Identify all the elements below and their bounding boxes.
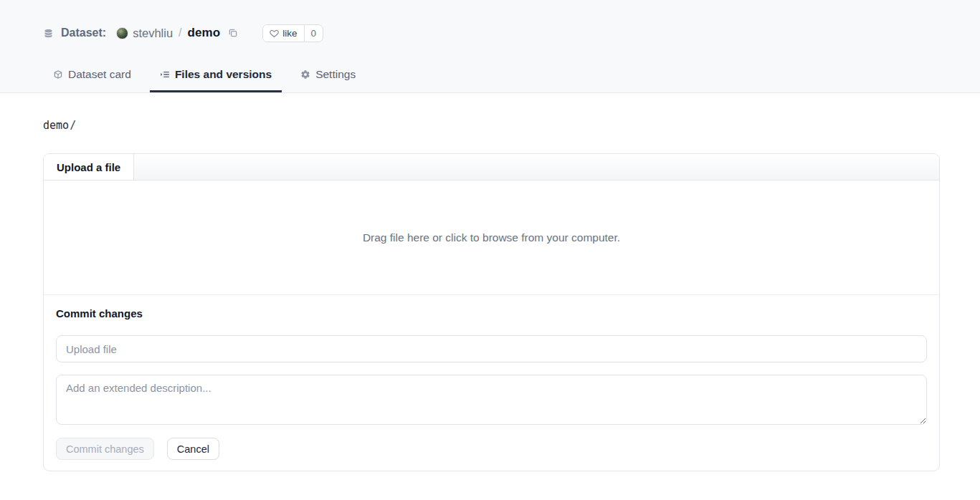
- dataset-card-icon: [53, 69, 63, 80]
- author-link[interactable]: stevhliu: [133, 27, 173, 40]
- upload-card-tabstrip: Upload a file: [44, 154, 939, 181]
- tab-files-and-versions[interactable]: Files and versions: [150, 61, 282, 92]
- tab-label: Files and versions: [175, 68, 272, 81]
- heart-icon: [270, 29, 279, 38]
- repo-title-row: Dataset: stevhliu / demo like 0: [43, 24, 940, 42]
- file-dropzone[interactable]: Drag file here or click to browse from y…: [44, 181, 939, 295]
- breadcrumb: demo/: [43, 119, 940, 132]
- upload-card: Upload a file Drag file here or click to…: [43, 153, 940, 471]
- like-widget: like 0: [262, 24, 323, 42]
- tab-dataset-card[interactable]: Dataset card: [43, 61, 141, 92]
- entity-type-label: Dataset:: [61, 27, 106, 39]
- commit-section: Commit changes Commit changes Cancel: [44, 295, 939, 471]
- breadcrumb-path[interactable]: demo: [43, 119, 69, 132]
- like-count[interactable]: 0: [304, 25, 323, 42]
- repo-separator: /: [177, 27, 183, 39]
- dropzone-text: Drag file here or click to browse from y…: [363, 231, 620, 244]
- gear-icon: [300, 69, 310, 80]
- like-button[interactable]: like: [263, 25, 303, 42]
- page-header: Dataset: stevhliu / demo like 0: [0, 0, 980, 93]
- main-content: demo/ Upload a file Drag file here or cl…: [0, 93, 980, 471]
- author-avatar[interactable]: [116, 27, 128, 39]
- copy-icon[interactable]: [228, 28, 238, 38]
- cancel-button[interactable]: Cancel: [167, 438, 219, 460]
- commit-changes-button[interactable]: Commit changes: [56, 438, 154, 460]
- tab-upload-a-file[interactable]: Upload a file: [44, 154, 134, 180]
- commit-description-textarea[interactable]: [56, 375, 927, 425]
- breadcrumb-slash: /: [69, 119, 76, 132]
- commit-title-input[interactable]: [56, 335, 927, 362]
- repo-tabs: Dataset card Files and versions Settings: [43, 61, 940, 92]
- commit-button-row: Commit changes Cancel: [56, 438, 927, 460]
- like-label: like: [282, 28, 297, 39]
- dataset-icon: [43, 28, 54, 39]
- tab-label: Dataset card: [68, 68, 131, 81]
- tab-label: Settings: [315, 68, 356, 81]
- repo-name-link[interactable]: demo: [188, 26, 221, 40]
- files-versions-icon: [160, 69, 170, 80]
- tab-settings[interactable]: Settings: [290, 61, 366, 92]
- commit-heading: Commit changes: [56, 307, 927, 319]
